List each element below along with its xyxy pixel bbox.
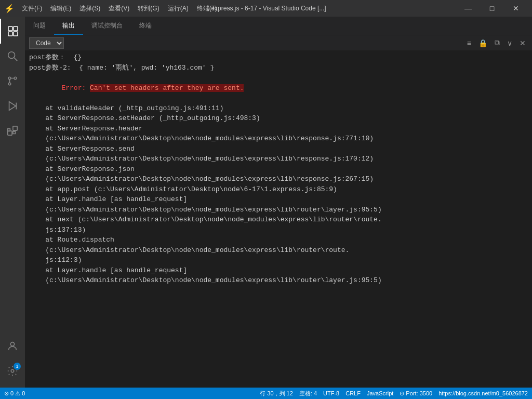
window-controls: — □ ✕ bbox=[456, 0, 528, 17]
output-line-1: post参数： {} bbox=[29, 52, 528, 63]
status-right: 行 30，列 12 空格: 4 UTF-8 CRLF JavaScript ⊙ … bbox=[260, 390, 528, 397]
panel-toolbar: Code ≡ 🔒 ⧉ ∨ ✕ bbox=[25, 35, 532, 50]
panel-close-button[interactable]: ✕ bbox=[517, 38, 528, 48]
title-bar-left: ⚡ 文件(F) 编辑(E) 选择(S) 查看(V) 转到(G) 运行(A) 终端… bbox=[4, 3, 234, 14]
status-port[interactable]: ⊙ Port: 3500 bbox=[400, 390, 432, 397]
output-line-10: at ServerResponse.json bbox=[29, 164, 528, 175]
error-highlight-text: Can't set headers after they are sent. bbox=[90, 84, 244, 92]
panel-open-editor[interactable]: ⧉ bbox=[493, 37, 502, 48]
output-line-4: at validateHeader (_http_outgoing.js:491… bbox=[29, 103, 528, 114]
status-encoding[interactable]: UTF-8 bbox=[323, 390, 339, 396]
menu-edit[interactable]: 编辑(E) bbox=[47, 3, 74, 14]
activity-explorer[interactable] bbox=[0, 19, 25, 44]
output-line-5: at ServerResponse.setHeader (_http_outgo… bbox=[29, 113, 528, 124]
output-line-11: (c:\Users\Administrator\Desktop\node\nod… bbox=[29, 174, 528, 184]
output-line-13: at Layer.handle [as handle_request] bbox=[29, 194, 528, 205]
tab-problems[interactable]: 问题 bbox=[25, 17, 54, 35]
output-line-18: (c:\Users\Administrator\Desktop\node\nod… bbox=[29, 245, 528, 256]
status-language[interactable]: JavaScript bbox=[367, 390, 393, 396]
svg-rect-12 bbox=[13, 126, 17, 130]
output-line-21: (c:\Users\Administrator\Desktop\node\nod… bbox=[29, 275, 528, 286]
svg-rect-3 bbox=[14, 32, 18, 36]
main-layout: 问题 输出 调试控制台 终端 Code ≡ 🔒 ⧉ ∨ ✕ post参数： {} bbox=[0, 17, 532, 388]
panel-tabs: 问题 输出 调试控制台 终端 bbox=[25, 17, 532, 35]
menu-file[interactable]: 文件(F) bbox=[19, 3, 45, 14]
output-line-20: at Layer.handle [as handle_request] bbox=[29, 265, 528, 276]
menu-select[interactable]: 选择(S) bbox=[76, 3, 103, 14]
output-line-error: Error: Can't set headers after they are … bbox=[29, 73, 528, 103]
error-icon: ⊗ bbox=[4, 390, 9, 397]
output-line-19: js:112:3) bbox=[29, 255, 528, 265]
svg-point-13 bbox=[10, 342, 14, 346]
activity-source-control[interactable] bbox=[0, 69, 25, 94]
output-line-16: js:137:13) bbox=[29, 225, 528, 235]
output-line-15: at next (c:\Users\Administrator\Desktop\… bbox=[29, 215, 528, 225]
menu-bar: 文件(F) 编辑(E) 选择(S) 查看(V) 转到(G) 运行(A) 终端(T… bbox=[19, 3, 234, 14]
vscode-logo: ⚡ bbox=[4, 4, 15, 14]
output-line-8: at ServerResponse.send bbox=[29, 144, 528, 154]
svg-line-5 bbox=[14, 58, 17, 61]
error-count: 0 bbox=[10, 390, 14, 396]
svg-point-14 bbox=[11, 369, 14, 373]
minimize-button[interactable]: — bbox=[456, 0, 480, 17]
status-left: ⊗ 0 ⚠ 0 bbox=[4, 390, 25, 397]
output-line-12: at app.post (c:\Users\Administrator\Desk… bbox=[29, 184, 528, 195]
editor-area: 问题 输出 调试控制台 终端 Code ≡ 🔒 ⧉ ∨ ✕ post参数： {} bbox=[25, 17, 532, 388]
menu-goto[interactable]: 转到(G) bbox=[135, 3, 162, 14]
panel-lock-scroll[interactable]: 🔒 bbox=[476, 38, 489, 48]
activity-account[interactable] bbox=[0, 334, 25, 358]
output-line-17: at Route.dispatch bbox=[29, 235, 528, 245]
warning-icon: ⚠ bbox=[15, 390, 20, 397]
svg-rect-1 bbox=[14, 26, 18, 31]
status-link[interactable]: https://blog.csdn.net/m0_56026872 bbox=[438, 390, 528, 396]
output-source-select[interactable]: Code bbox=[29, 37, 64, 49]
output-line-9: (c:\Users\Administrator\Desktop\node\nod… bbox=[29, 154, 528, 164]
maximize-button[interactable]: □ bbox=[480, 0, 504, 17]
status-spaces[interactable]: 空格: 4 bbox=[299, 390, 317, 397]
output-line-2: post参数-2: { name: '雨航', pwd: 'yh163.com'… bbox=[29, 63, 528, 73]
output-line-7: (c:\Users\Administrator\Desktop\node\nod… bbox=[29, 134, 528, 144]
title-bar: ⚡ 文件(F) 编辑(E) 选择(S) 查看(V) 转到(G) 运行(A) 终端… bbox=[0, 0, 532, 17]
output-panel: post参数： {} post参数-2: { name: '雨航', pwd: … bbox=[25, 50, 532, 388]
close-button[interactable]: ✕ bbox=[504, 0, 528, 17]
status-bar: ⊗ 0 ⚠ 0 行 30，列 12 空格: 4 UTF-8 CRLF JavaS… bbox=[0, 388, 532, 399]
svg-point-6 bbox=[8, 83, 11, 85]
activity-bottom bbox=[0, 334, 25, 388]
svg-marker-9 bbox=[9, 102, 16, 111]
output-line-6: at ServerResponse.header bbox=[29, 124, 528, 134]
tab-output[interactable]: 输出 bbox=[54, 17, 83, 35]
activity-settings[interactable] bbox=[0, 358, 25, 383]
panel-collapse[interactable]: ∨ bbox=[505, 38, 514, 48]
activity-search[interactable] bbox=[0, 44, 25, 69]
tab-debug-console[interactable]: 调试控制台 bbox=[83, 17, 131, 35]
error-prefix: Error: bbox=[61, 84, 90, 92]
panel-toolbar-left: Code bbox=[29, 37, 64, 49]
svg-rect-0 bbox=[8, 26, 12, 31]
status-line-ending[interactable]: CRLF bbox=[345, 390, 361, 396]
status-errors[interactable]: ⊗ 0 ⚠ 0 bbox=[4, 390, 25, 397]
activity-bar bbox=[0, 17, 25, 388]
panel-toggle-word-wrap[interactable]: ≡ bbox=[465, 38, 473, 48]
svg-point-4 bbox=[8, 52, 15, 59]
panel-toolbar-right: ≡ 🔒 ⧉ ∨ ✕ bbox=[465, 37, 528, 48]
svg-rect-2 bbox=[8, 32, 12, 36]
menu-view[interactable]: 查看(V) bbox=[105, 3, 132, 14]
svg-point-8 bbox=[8, 77, 11, 79]
window-title: 1.express.js - 6-17 - Visual Studio Code… bbox=[206, 5, 326, 12]
svg-point-7 bbox=[14, 77, 17, 79]
output-line-14: (c:\Users\Administrator\Desktop\node\nod… bbox=[29, 205, 528, 215]
status-cursor[interactable]: 行 30，列 12 bbox=[260, 390, 293, 397]
warning-count: 0 bbox=[22, 390, 25, 396]
activity-extensions[interactable] bbox=[0, 118, 25, 143]
tab-terminal[interactable]: 终端 bbox=[131, 17, 160, 35]
activity-run[interactable] bbox=[0, 94, 25, 118]
menu-run[interactable]: 运行(A) bbox=[165, 3, 192, 14]
